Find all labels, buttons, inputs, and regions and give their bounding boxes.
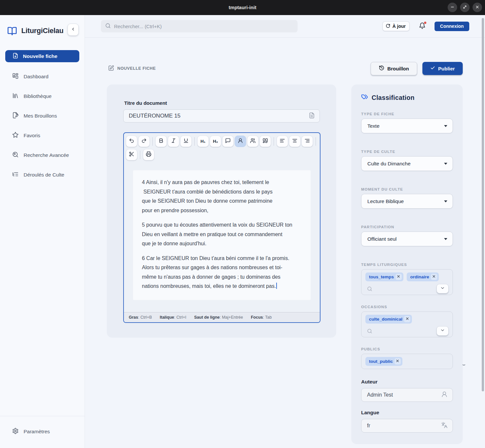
undo-button[interactable] bbox=[126, 136, 137, 147]
search-icon bbox=[367, 328, 372, 334]
sync-status-button[interactable]: À jour bbox=[382, 21, 410, 31]
maximize-icon bbox=[463, 5, 467, 10]
remove-tag-button[interactable] bbox=[404, 316, 410, 322]
auteur-input[interactable] bbox=[367, 392, 441, 398]
sidebar-item-label: Dashboard bbox=[24, 74, 48, 80]
tag-search-row bbox=[365, 284, 449, 293]
vertical-scrollbar-thumb[interactable] bbox=[482, 18, 484, 391]
notifications-button[interactable] bbox=[419, 22, 426, 30]
officiant-button[interactable] bbox=[235, 136, 246, 147]
close-icon bbox=[475, 5, 479, 10]
maximize-button[interactable] bbox=[460, 3, 470, 12]
redo-button[interactable] bbox=[138, 136, 150, 147]
tag-row: tout_public bbox=[365, 357, 449, 366]
sidebar-item-recherche-avancee[interactable]: Recherche Avancée bbox=[5, 149, 79, 162]
app-window: tmptauri-init LiturgiCielau Nouvelle fic… bbox=[0, 0, 485, 448]
sidebar-item-dashboard[interactable]: Dashboard bbox=[5, 70, 79, 83]
scissors-icon bbox=[129, 151, 134, 158]
tag-search-row bbox=[365, 326, 449, 336]
chevron-down-icon bbox=[440, 328, 445, 334]
align-left-icon bbox=[280, 138, 285, 145]
redo-icon bbox=[141, 138, 147, 145]
sidebar-item-mes-brouillons[interactable]: Mes Brouillons bbox=[5, 109, 79, 122]
hint-item: Focus: Tab bbox=[251, 315, 272, 320]
minimize-icon bbox=[450, 5, 455, 10]
sidebar-collapse-button[interactable] bbox=[68, 24, 79, 36]
heading2-button[interactable]: H₂ bbox=[210, 136, 221, 147]
editor-content-area[interactable]: 4 Ainsi, il n'y aura pas de pauvres chez… bbox=[124, 160, 320, 312]
sidebar-item-nouvelle-fiche[interactable]: Nouvelle fiche bbox=[5, 50, 79, 62]
sidebar-nav: Dashboard Bibliothèque Mes Brouillons Fa… bbox=[0, 70, 85, 181]
type-de-culte-select[interactable]: Culte du Dimanche bbox=[361, 156, 453, 171]
caret-down-icon bbox=[444, 200, 447, 202]
align-left-button[interactable] bbox=[277, 136, 288, 147]
remove-tag-button[interactable] bbox=[431, 274, 437, 280]
align-right-icon bbox=[304, 138, 310, 145]
sidebar-item-bibliotheque[interactable]: Bibliothèque bbox=[5, 90, 79, 103]
publish-button[interactable]: Publier bbox=[422, 62, 463, 75]
langue-input[interactable] bbox=[367, 423, 441, 429]
tag-tous-temps: tous_temps bbox=[365, 272, 403, 281]
remove-tag-button[interactable] bbox=[395, 358, 401, 364]
select-value: Lecture Biblique bbox=[367, 198, 404, 204]
remove-tag-button[interactable] bbox=[396, 274, 402, 280]
window-controls bbox=[448, 3, 482, 12]
top-header: À jour Connexion bbox=[85, 15, 485, 38]
assembly-button[interactable] bbox=[247, 136, 259, 147]
sidebar-item-parametres[interactable]: Paramètres bbox=[5, 425, 79, 438]
tag-search-input[interactable] bbox=[375, 328, 436, 334]
bold-icon bbox=[158, 138, 164, 145]
open-options-button[interactable] bbox=[436, 284, 449, 293]
draft-button[interactable]: Brouillon bbox=[371, 62, 417, 75]
underline-button[interactable] bbox=[180, 136, 192, 147]
sidebar-item-deroules-de-culte[interactable]: Déroulés de Culte bbox=[5, 168, 79, 181]
document-title-input[interactable] bbox=[129, 113, 309, 119]
sidebar-item-label: Nouvelle fiche bbox=[23, 53, 57, 59]
document-title-label: Titre du document bbox=[124, 100, 336, 106]
open-options-button[interactable] bbox=[436, 326, 449, 336]
printer-icon bbox=[146, 151, 151, 158]
gear-icon bbox=[12, 428, 19, 436]
minimize-button[interactable] bbox=[448, 3, 457, 12]
tag-search-input[interactable] bbox=[375, 286, 436, 291]
sidebar-item-favoris[interactable]: Favoris bbox=[5, 129, 79, 142]
comment-button[interactable] bbox=[222, 136, 234, 147]
cut-button[interactable] bbox=[126, 149, 137, 160]
sync-status-label: À jour bbox=[393, 24, 406, 29]
sidebar-item-label: Déroulés de Culte bbox=[24, 172, 64, 178]
x-icon bbox=[405, 317, 409, 322]
comment-icon bbox=[225, 138, 231, 145]
search-input[interactable] bbox=[114, 24, 293, 29]
moment-du-culte-select[interactable]: Lecture Biblique bbox=[361, 194, 453, 209]
global-search[interactable] bbox=[101, 20, 298, 32]
file-pen-icon bbox=[12, 112, 19, 120]
undo-icon bbox=[129, 138, 134, 145]
verse-paragraph: 5 pourvu que tu écoutes attentivement la… bbox=[142, 220, 302, 249]
sidebar-item-label: Favoris bbox=[24, 133, 40, 139]
align-center-button[interactable] bbox=[289, 136, 301, 147]
search-plus-icon bbox=[12, 151, 19, 159]
auteur-label: Auteur bbox=[361, 379, 453, 385]
editor-toolbar: H₁ H₂ bbox=[124, 133, 320, 160]
quote-button[interactable] bbox=[260, 136, 271, 147]
langue-field bbox=[361, 419, 453, 433]
tag-culte-dominical: culte_dominical bbox=[365, 315, 412, 324]
close-button[interactable] bbox=[473, 3, 482, 12]
participation-select[interactable]: Officiant seul bbox=[361, 232, 453, 246]
temps-liturgiques-multiselect: tous_temps ordinaire bbox=[361, 269, 453, 295]
logo: LiturgiCielau bbox=[7, 25, 79, 37]
search-icon bbox=[105, 23, 111, 30]
align-right-button[interactable] bbox=[301, 136, 313, 147]
type-de-fiche-select[interactable]: Texte bbox=[361, 119, 453, 133]
login-button[interactable]: Connexion bbox=[435, 22, 469, 31]
italic-button[interactable] bbox=[168, 136, 179, 147]
italic-icon bbox=[171, 138, 176, 145]
document-sheet[interactable]: 4 Ainsi, il n'y aura pas de pauvres chez… bbox=[133, 170, 311, 300]
heading1-button[interactable]: H₁ bbox=[197, 136, 209, 147]
x-icon bbox=[396, 359, 399, 364]
heading2-icon: H₂ bbox=[213, 139, 218, 144]
auteur-field bbox=[361, 388, 453, 402]
moment-du-culte-label: MOMENT DU CULTE bbox=[361, 187, 453, 191]
print-button[interactable] bbox=[143, 149, 154, 160]
bold-button[interactable] bbox=[155, 136, 167, 147]
